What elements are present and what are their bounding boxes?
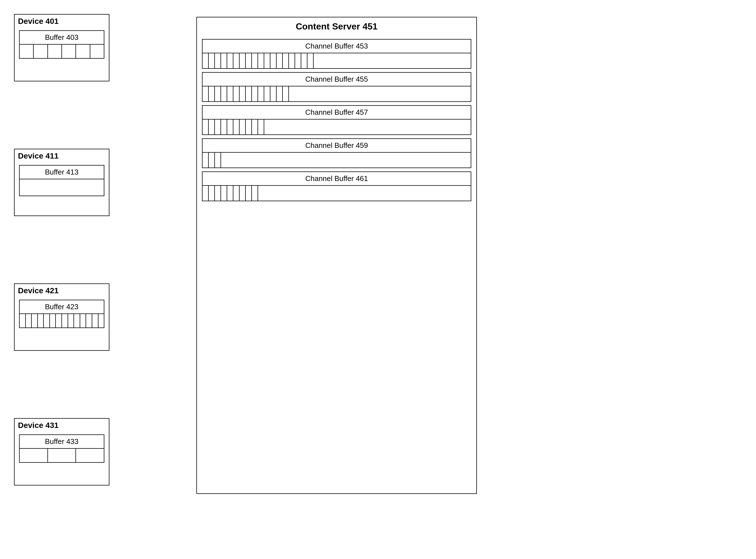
channel-stripe xyxy=(227,86,233,101)
channel-stripe xyxy=(215,119,221,134)
channel-stripes-3 xyxy=(203,152,471,167)
channel-buffer-2: Channel Buffer 457 xyxy=(202,105,471,135)
channel-stripe xyxy=(301,53,307,68)
channel-stripe xyxy=(221,53,227,68)
device-401-buffer-label: Buffer 403 xyxy=(20,31,104,44)
channel-label-1: Channel Buffer 455 xyxy=(203,73,471,86)
channel-buffer-1: Channel Buffer 455 xyxy=(202,72,471,102)
channel-label-0: Channel Buffer 453 xyxy=(203,40,471,53)
device-431-buffer-label: Buffer 433 xyxy=(20,435,104,448)
empty-buffer-area xyxy=(20,179,104,196)
device-421: Device 421Buffer 423 xyxy=(14,284,109,351)
stripe-spacer xyxy=(314,53,471,68)
stripe xyxy=(20,314,26,328)
channel-stripe xyxy=(258,86,264,101)
channel-stripe xyxy=(246,186,252,201)
stripe-spacer xyxy=(90,45,104,58)
channel-stripe xyxy=(258,119,264,134)
device-421-buffer: Buffer 423 xyxy=(19,300,105,328)
device-411: Device 411Buffer 413 xyxy=(14,149,109,216)
channel-stripe xyxy=(270,86,277,101)
channel-stripe xyxy=(239,53,246,68)
channel-stripe xyxy=(270,53,277,68)
channel-stripes-0 xyxy=(203,53,471,68)
stripe-spacer xyxy=(258,186,471,201)
channel-stripe xyxy=(215,86,221,101)
channel-stripe xyxy=(264,86,270,101)
channel-stripe xyxy=(246,119,252,134)
stripe xyxy=(20,45,34,58)
channel-stripe xyxy=(307,53,314,68)
channel-stripe xyxy=(283,53,289,68)
channel-stripe xyxy=(264,53,270,68)
channel-stripe xyxy=(215,53,221,68)
channel-stripe xyxy=(227,119,233,134)
stripe xyxy=(26,314,32,328)
channel-label-3: Channel Buffer 459 xyxy=(203,139,471,152)
channel-stripe xyxy=(227,186,233,201)
stripe xyxy=(56,314,62,328)
channel-stripes-4 xyxy=(203,185,471,201)
device-401-stripes xyxy=(20,44,104,58)
channel-stripe xyxy=(246,86,252,101)
device-401-buffer: Buffer 403 xyxy=(19,30,105,59)
channel-stripe xyxy=(233,53,239,68)
device-401: Device 401Buffer 403 xyxy=(14,14,109,82)
channel-buffer-0: Channel Buffer 453 xyxy=(202,39,471,69)
device-431-buffer: Buffer 433 xyxy=(19,434,105,463)
stripe xyxy=(74,314,80,328)
stripe xyxy=(68,314,74,328)
channel-buffer-3: Channel Buffer 459 xyxy=(202,138,471,168)
channel-stripe xyxy=(221,119,227,134)
device-431: Device 431Buffer 433 xyxy=(14,418,109,486)
stripe xyxy=(62,314,68,328)
device-421-label: Device 421 xyxy=(15,284,109,297)
channel-stripe xyxy=(203,186,209,201)
channel-stripe xyxy=(233,86,239,101)
channel-stripe xyxy=(295,53,301,68)
stripe xyxy=(62,45,76,58)
device-421-buffer-label: Buffer 423 xyxy=(20,300,104,313)
diagram-container: Device 401Buffer 403Device 411Buffer 413… xyxy=(0,0,756,559)
channel-stripe xyxy=(246,53,252,68)
channel-stripe xyxy=(252,53,258,68)
stripe-spacer xyxy=(221,153,471,167)
stripe xyxy=(86,314,92,328)
channel-stripe xyxy=(283,86,289,101)
channel-stripes-2 xyxy=(203,119,471,134)
channel-stripe xyxy=(239,86,246,101)
stripe-spacer xyxy=(76,449,104,462)
channel-stripe xyxy=(252,119,258,134)
channel-stripe xyxy=(227,53,233,68)
channel-stripe xyxy=(215,153,221,167)
device-411-buffer-label: Buffer 413 xyxy=(20,165,104,179)
stripe xyxy=(44,314,50,328)
channel-stripe xyxy=(233,119,239,134)
stripe xyxy=(38,314,44,328)
channel-stripe xyxy=(209,86,215,101)
stripe xyxy=(48,45,62,58)
stripe xyxy=(32,314,38,328)
channel-stripe xyxy=(221,86,227,101)
stripe xyxy=(80,314,86,328)
channel-stripe xyxy=(233,186,239,201)
stripe xyxy=(92,314,98,328)
channel-stripe xyxy=(209,53,215,68)
channel-stripe xyxy=(209,119,215,134)
stripe-spacer xyxy=(289,86,471,101)
stripe xyxy=(34,45,48,58)
device-411-label: Device 411 xyxy=(15,149,109,163)
device-421-stripes xyxy=(20,313,104,328)
content-server: Content Server 451Channel Buffer 453Chan… xyxy=(197,17,477,494)
channel-stripe xyxy=(221,186,227,201)
stripe-spacer xyxy=(98,314,104,328)
device-401-label: Device 401 xyxy=(15,15,109,28)
channel-stripe xyxy=(203,153,209,167)
channel-stripe xyxy=(209,153,215,167)
channel-label-4: Channel Buffer 461 xyxy=(203,172,471,185)
stripe-spacer xyxy=(264,119,471,134)
channel-stripe xyxy=(203,119,209,134)
channel-stripe xyxy=(258,53,264,68)
channel-stripe xyxy=(277,86,283,101)
channel-stripe xyxy=(239,186,246,201)
